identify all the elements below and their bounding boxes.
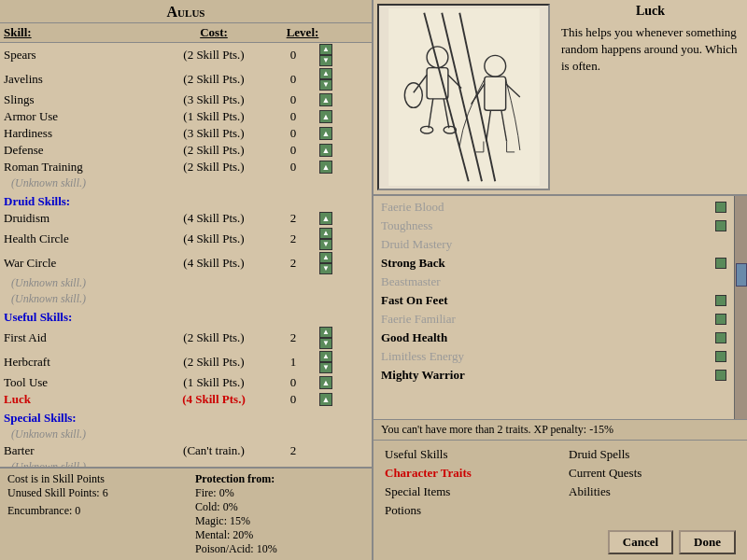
- arrow-up-btn[interactable]: ▲: [319, 44, 332, 55]
- skill-name: Defense: [4, 143, 153, 158]
- arrow-up-btn[interactable]: ▲: [319, 327, 332, 338]
- trait-row[interactable]: Fast On Feet: [374, 291, 734, 310]
- unused-points: Unused Skill Points: 6: [7, 486, 176, 500]
- trait-row[interactable]: Faerie Familiar: [374, 310, 734, 329]
- trait-name: Faerie Familiar: [381, 312, 712, 327]
- arrow-up-btn[interactable]: ▲: [319, 228, 332, 239]
- arrow-up-btn[interactable]: ▲: [319, 351, 332, 362]
- trait-row[interactable]: Toughness: [374, 217, 734, 235]
- trait-name: Good Health: [381, 330, 712, 345]
- skill-row[interactable]: Slings(3 Skill Pts.)0▲: [0, 91, 372, 108]
- tab-item[interactable]: Potions: [381, 502, 556, 519]
- trait-dot: [715, 370, 726, 381]
- luck-text-area: Luck This helps you whenever something r…: [554, 0, 747, 194]
- skill-cost: (4 Skill Pts.): [153, 256, 275, 271]
- arrow-down-btn[interactable]: ▼: [319, 79, 332, 91]
- arrow-up-btn[interactable]: ▲: [319, 161, 332, 174]
- arrow-up-btn[interactable]: ▲: [319, 252, 332, 263]
- cost-note: Cost is in Skill Points: [7, 472, 176, 486]
- skill-level: 0: [275, 392, 312, 407]
- tab-item[interactable]: Current Quests: [565, 465, 740, 482]
- skill-row[interactable]: War Circle(4 Skill Pts.)2▲▼: [0, 251, 372, 275]
- traits-scrollbar[interactable]: [734, 196, 747, 419]
- trait-name: Strong Back: [381, 256, 712, 271]
- skill-row[interactable]: Barter(Can't train.)2: [0, 442, 372, 459]
- skill-row[interactable]: Luck(4 Skill Pts.)0▲: [0, 391, 372, 408]
- trait-dot: [715, 258, 726, 269]
- skill-row[interactable]: Hardiness(3 Skill Pts.)0▲: [0, 125, 372, 142]
- skill-row[interactable]: Spears(2 Skill Pts.)0▲▼: [0, 43, 372, 67]
- arrow-down-btn[interactable]: ▼: [319, 338, 332, 349]
- arrow-up-btn[interactable]: ▲: [319, 110, 332, 123]
- luck-description: This helps you whenever something random…: [561, 24, 740, 76]
- bottom-right-panel: Useful SkillsDruid SpellsCharacter Trait…: [374, 441, 747, 560]
- skill-level: 2: [275, 211, 312, 226]
- skill-arrows: ▲: [312, 376, 340, 389]
- left-panel: Aulus Skill: Cost: Level: Spears(2 Skill…: [0, 0, 374, 560]
- arrow-down-btn[interactable]: ▼: [319, 239, 332, 250]
- action-buttons: Cancel Done: [381, 526, 740, 556]
- header-level: Level:: [275, 25, 331, 40]
- tab-item[interactable]: Useful Skills: [381, 446, 556, 463]
- skill-arrows: ▲: [312, 127, 340, 140]
- tab-item[interactable]: Druid Spells: [565, 446, 740, 463]
- skill-name: Druidism: [4, 211, 153, 226]
- skill-row[interactable]: Defense(2 Skill Pts.)0▲: [0, 142, 372, 159]
- tab-item[interactable]: Special Items: [381, 483, 556, 500]
- arrow-up-btn[interactable]: ▲: [319, 376, 332, 389]
- skill-arrows: ▲: [312, 93, 340, 106]
- trait-dot: [715, 351, 726, 362]
- done-button[interactable]: Done: [679, 530, 736, 554]
- skill-row[interactable]: Roman Training(2 Skill Pts.)0▲: [0, 159, 372, 175]
- skill-row[interactable]: Druidism(4 Skill Pts.)2▲: [0, 210, 372, 227]
- skill-cost: (4 Skill Pts.): [153, 392, 275, 407]
- arrow-down-btn[interactable]: ▼: [319, 55, 332, 66]
- trait-name: Fast On Feet: [381, 293, 712, 308]
- arrow-down-btn[interactable]: ▼: [319, 362, 332, 373]
- arrow-up-btn[interactable]: ▲: [319, 144, 332, 157]
- skill-name: First Aid: [4, 330, 153, 345]
- skill-arrows: ▲▼: [312, 327, 340, 349]
- skill-cost: (2 Skill Pts.): [153, 355, 275, 370]
- arrow-up-btn[interactable]: ▲: [319, 127, 332, 140]
- trait-name: Limitless Energy: [381, 349, 712, 364]
- skill-arrows: ▲▼: [312, 351, 340, 373]
- right-panel: Luck This helps you whenever something r…: [374, 0, 747, 560]
- skill-row[interactable]: Health Circle(4 Skill Pts.)2▲▼: [0, 227, 372, 251]
- skill-arrows: ▲: [312, 393, 340, 406]
- trait-row[interactable]: Faerie Blood: [374, 198, 734, 217]
- mental-prot: Mental: 20%: [195, 528, 364, 542]
- skill-name: Javelins: [4, 72, 153, 87]
- trait-row[interactable]: Beastmaster: [374, 273, 734, 291]
- trait-dot: [715, 295, 726, 306]
- skill-name: Slings: [4, 92, 153, 107]
- trait-row[interactable]: Good Health: [374, 329, 734, 347]
- skill-row[interactable]: First Aid(2 Skill Pts.)2▲▼: [0, 326, 372, 350]
- tab-item[interactable]: Abilities: [565, 483, 740, 500]
- traits-list[interactable]: Faerie BloodToughnessDruid MasteryStrong…: [374, 196, 734, 419]
- cancel-button[interactable]: Cancel: [608, 530, 673, 554]
- skill-cost: (2 Skill Pts.): [153, 330, 275, 345]
- trait-row[interactable]: Limitless Energy: [374, 347, 734, 366]
- trait-dot: [715, 220, 726, 231]
- skill-level: 0: [275, 92, 312, 107]
- arrow-down-btn[interactable]: ▼: [319, 263, 332, 274]
- arrow-up-btn[interactable]: ▲: [319, 93, 332, 106]
- traits-section: Faerie BloodToughnessDruid MasteryStrong…: [374, 196, 747, 419]
- arrow-up-btn[interactable]: ▲: [319, 393, 332, 406]
- arrow-up-btn[interactable]: ▲: [319, 212, 332, 225]
- trait-row[interactable]: Mighty Warrior: [374, 366, 734, 385]
- trait-row[interactable]: Druid Mastery: [374, 235, 734, 254]
- skill-list[interactable]: Spears(2 Skill Pts.)0▲▼Javelins(2 Skill …: [0, 43, 372, 467]
- trait-name: Mighty Warrior: [381, 368, 712, 383]
- skill-row[interactable]: Herbcraft(2 Skill Pts.)1▲▼: [0, 350, 372, 374]
- skill-row[interactable]: Javelins(2 Skill Pts.)0▲▼: [0, 67, 372, 91]
- traits-scroll-thumb[interactable]: [736, 263, 747, 287]
- trait-row[interactable]: Strong Back: [374, 254, 734, 273]
- tab-item[interactable]: Character Traits: [381, 465, 556, 482]
- main-container: Aulus Skill: Cost: Level: Spears(2 Skill…: [0, 0, 747, 560]
- arrow-up-btn[interactable]: ▲: [319, 68, 332, 79]
- skill-row[interactable]: Armor Use(1 Skill Pts.)0▲: [0, 108, 372, 125]
- skill-name: Spears: [4, 48, 153, 63]
- skill-row[interactable]: Tool Use(1 Skill Pts.)0▲: [0, 374, 372, 391]
